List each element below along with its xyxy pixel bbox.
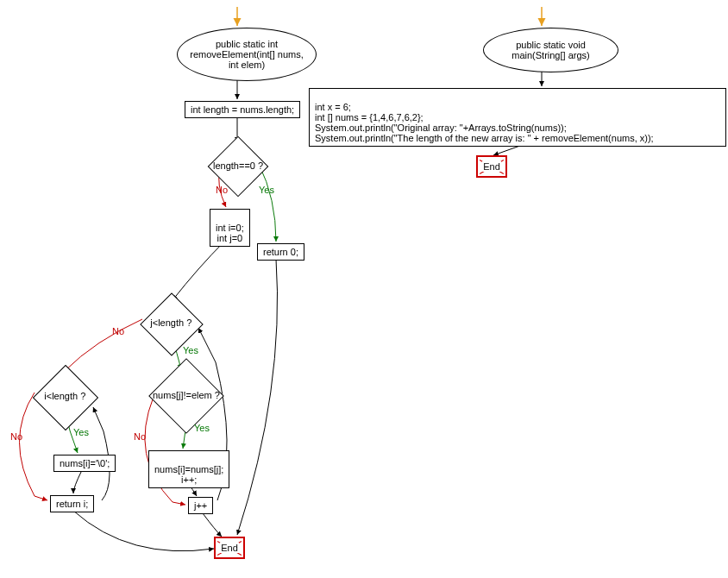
cond-numsj-text: nums[j]!=elem ? [153, 390, 220, 400]
edges-layer [0, 0, 728, 578]
end-text-right: End [482, 161, 501, 172]
label-yes-2: Yes [183, 345, 198, 355]
stmt-return0-text: return 0; [263, 247, 298, 257]
label-yes-4: Yes [194, 423, 210, 433]
end-text-left: End [220, 543, 239, 553]
stmt-numsi0: nums[i]='\0'; [53, 455, 116, 472]
stmt-jpp: j++ [188, 497, 213, 514]
label-no-2: No [112, 326, 124, 336]
label-yes-1: Yes [259, 185, 274, 195]
stmt-init: int i=0; int j=0 [210, 209, 250, 247]
stmt-returni-text: return i; [56, 499, 88, 509]
stmt-main-body: int x = 6; int [] nums = {1,4,6,7,6,2}; … [309, 88, 726, 147]
cond-ilt-text: i<length ? [44, 391, 85, 401]
start-ellipse-main: public static void main(String[] args) [483, 28, 618, 72]
label-no-3: No [10, 431, 22, 442]
stmt-length: int length = nums.length; [185, 101, 300, 118]
end-box-right: End [476, 155, 507, 178]
cond-jlt-text: j<length ? [150, 317, 191, 328]
label-yes-3: Yes [73, 427, 89, 437]
stmt-returni: return i; [50, 495, 94, 512]
stmt-jpp-text: j++ [194, 500, 207, 511]
stmt-copy: nums[i]=nums[j]; i++; [148, 450, 229, 488]
start-ellipse-remove: public static int removeElement(int[] nu… [177, 28, 317, 81]
stmt-length-text: int length = nums.length; [191, 104, 294, 115]
stmt-main-body-text: int x = 6; int [] nums = {1,4,6,7,6,2}; … [315, 102, 654, 143]
label-no-4: No [134, 431, 146, 442]
stmt-numsi0-text: nums[i]='\0'; [60, 458, 110, 468]
cond-length0-text: length==0 ? [213, 160, 263, 171]
end-box-left: End [214, 537, 245, 559]
stmt-init-text: int i=0; int j=0 [216, 223, 244, 243]
start-text-main: public static void main(String[] args) [493, 40, 609, 60]
cond-length0: length==0 ? [211, 140, 263, 192]
start-text-remove: public static int removeElement(int[] nu… [186, 39, 307, 70]
flowchart-canvas: public static int removeElement(int[] nu… [0, 0, 728, 578]
stmt-copy-text: nums[i]=nums[j]; i++; [154, 464, 223, 485]
label-no-1: No [216, 185, 228, 195]
cond-ilt: i<length ? [30, 362, 99, 431]
stmt-return0: return 0; [257, 243, 304, 261]
cond-numsj: nums[j]!=elem ? [145, 361, 227, 430]
